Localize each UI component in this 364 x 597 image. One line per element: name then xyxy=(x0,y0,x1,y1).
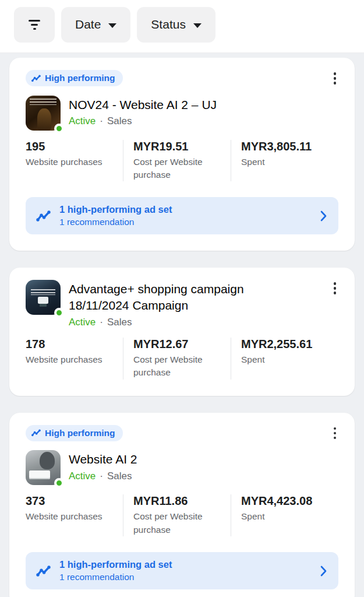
dot-separator: · xyxy=(100,470,103,482)
metrics-row: 373 Website purchases MYR11.86 Cost per … xyxy=(26,494,338,536)
filter-button[interactable] xyxy=(14,7,55,43)
metric-spent: MYR4,423.08 Spent xyxy=(231,494,338,536)
status-active-label: Active xyxy=(69,470,96,482)
metric-value: MYR4,423.08 xyxy=(241,494,338,508)
campaign-thumbnail xyxy=(26,96,61,131)
metric-label: Website purchases xyxy=(26,510,123,523)
filter-toolbar: Date Status xyxy=(0,0,364,53)
kebab-menu-icon[interactable] xyxy=(329,424,341,443)
high-performing-badge: High performing xyxy=(26,70,123,86)
metric-label: Website purchases xyxy=(26,156,123,168)
status-filter-label: Status xyxy=(151,17,186,31)
metric-label: Website purchases xyxy=(26,353,123,366)
metric-value: 178 xyxy=(26,338,123,351)
status-active-label: Active xyxy=(69,115,96,127)
metric-cost-per-purchase: MYR12.67 Cost per Website purchase xyxy=(123,338,231,380)
campaign-card[interactable]: High performing Website AI 2 Active · Sa… xyxy=(9,413,355,597)
metric-label: Cost per Website purchase xyxy=(133,510,231,536)
metric-cost-per-purchase: MYR19.51 Cost per Website purchase xyxy=(123,140,231,182)
trending-up-icon xyxy=(36,565,51,577)
badge-label: High performing xyxy=(45,428,115,438)
metric-label: Spent xyxy=(241,156,338,168)
metric-purchases: 178 Website purchases xyxy=(26,338,123,380)
recommendation-subtitle: 1 recommendation xyxy=(59,217,312,227)
filter-lines-icon xyxy=(29,20,40,30)
recommendation-banner[interactable]: 1 high-performing ad set 1 recommendatio… xyxy=(26,552,338,589)
chevron-down-icon xyxy=(108,23,116,28)
campaign-card[interactable]: Advantage+ shopping campaign 18/11/2024 … xyxy=(9,268,355,395)
metric-purchases: 373 Website purchases xyxy=(26,494,123,536)
metric-label: Spent xyxy=(241,510,338,523)
metric-value: MYR2,255.61 xyxy=(241,338,338,351)
metric-value: MYR3,805.11 xyxy=(241,140,338,153)
status-filter-button[interactable]: Status xyxy=(137,7,215,43)
campaign-card[interactable]: High performing NOV24 - Website AI 2 – U… xyxy=(9,58,355,251)
active-status-dot xyxy=(54,124,64,134)
trending-up-icon xyxy=(31,429,41,437)
metric-label: Cost per Website purchase xyxy=(133,156,231,182)
campaign-title: NOV24 - Website AI 2 – UJ xyxy=(69,97,302,113)
campaign-list: High performing NOV24 - Website AI 2 – U… xyxy=(0,53,364,597)
recommendation-title: 1 high-performing ad set xyxy=(59,559,312,570)
metric-value: 373 xyxy=(26,494,123,508)
active-status-dot xyxy=(54,478,64,488)
date-filter-label: Date xyxy=(75,17,101,31)
metric-value: MYR19.51 xyxy=(133,140,231,153)
recommendation-title: 1 high-performing ad set xyxy=(59,204,312,215)
dot-separator: · xyxy=(100,317,103,328)
kebab-menu-icon[interactable] xyxy=(329,279,341,298)
chevron-down-icon xyxy=(193,23,202,28)
high-performing-badge: High performing xyxy=(26,425,123,441)
metric-label: Cost per Website purchase xyxy=(133,353,231,380)
metrics-row: 195 Website purchases MYR19.51 Cost per … xyxy=(26,140,338,182)
chevron-right-icon xyxy=(320,566,327,577)
badge-label: High performing xyxy=(45,73,115,83)
campaign-thumbnail xyxy=(26,280,61,315)
campaign-title: Website AI 2 xyxy=(69,451,302,468)
date-filter-button[interactable]: Date xyxy=(61,7,130,43)
metric-value: MYR12.67 xyxy=(133,338,231,351)
trending-up-icon xyxy=(31,75,41,82)
metric-cost-per-purchase: MYR11.86 Cost per Website purchase xyxy=(123,494,231,536)
chevron-right-icon xyxy=(320,210,327,222)
metric-label: Spent xyxy=(241,353,338,366)
metric-spent: MYR2,255.61 Spent xyxy=(231,338,338,380)
campaign-title: Advantage+ shopping campaign 18/11/2024 … xyxy=(69,281,302,313)
objective-label: Sales xyxy=(107,115,132,127)
metric-spent: MYR3,805.11 Spent xyxy=(231,140,338,182)
metrics-row: 178 Website purchases MYR12.67 Cost per … xyxy=(26,338,338,380)
dot-separator: · xyxy=(100,115,103,127)
objective-label: Sales xyxy=(107,470,132,482)
kebab-menu-icon[interactable] xyxy=(329,69,341,88)
campaign-thumbnail xyxy=(26,450,61,485)
metric-value: MYR11.86 xyxy=(133,494,231,508)
trending-up-icon xyxy=(36,210,51,222)
metric-value: 195 xyxy=(26,140,123,153)
recommendation-subtitle: 1 recommendation xyxy=(59,572,312,582)
metric-purchases: 195 Website purchases xyxy=(26,140,123,182)
recommendation-banner[interactable]: 1 high-performing ad set 1 recommendatio… xyxy=(26,197,338,234)
objective-label: Sales xyxy=(107,317,132,328)
status-active-label: Active xyxy=(69,317,96,328)
